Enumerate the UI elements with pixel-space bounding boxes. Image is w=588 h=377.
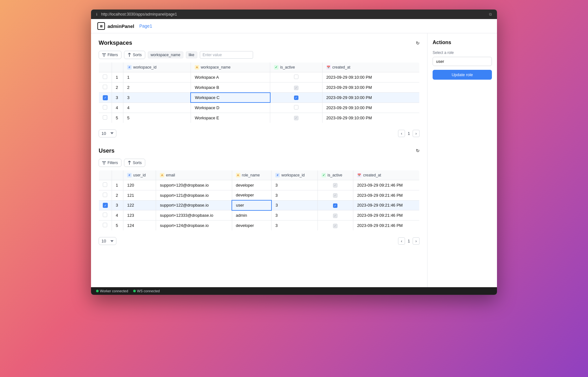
checkbox-gray[interactable]: ✓ bbox=[294, 116, 298, 120]
user-is-active-cell[interactable]: ✓ bbox=[317, 221, 353, 231]
users-prev-page[interactable]: ‹ bbox=[398, 237, 405, 245]
email-cell[interactable]: support+122@dropbase.io bbox=[156, 200, 232, 210]
row-checkbox[interactable] bbox=[103, 85, 107, 89]
is-active-cell[interactable]: ✓ bbox=[270, 113, 322, 123]
workspaces-next-page[interactable]: › bbox=[413, 130, 420, 137]
col-workspace-name-header[interactable]: A workspace_name bbox=[191, 63, 270, 72]
col-user-id-header[interactable]: # user_id bbox=[123, 170, 156, 180]
row-checkbox[interactable] bbox=[103, 115, 107, 120]
user-workspace-id-cell[interactable]: 3 bbox=[271, 210, 317, 221]
checkbox-gray[interactable]: ✓ bbox=[294, 86, 298, 90]
users-sorts-button[interactable]: Sorts bbox=[124, 159, 145, 167]
user-id-cell[interactable]: 124 bbox=[123, 221, 156, 231]
is-active-cell[interactable]: ✓ bbox=[270, 93, 322, 103]
email-cell[interactable]: support+124@dropbase.io bbox=[156, 221, 232, 231]
role-input[interactable]: user bbox=[433, 57, 492, 66]
checkbox-unchecked[interactable] bbox=[294, 75, 298, 79]
user-is-active-cell[interactable]: ✓ bbox=[317, 210, 353, 221]
email-cell[interactable]: support+12333@dropbase.io bbox=[156, 210, 232, 221]
row-checkbox[interactable] bbox=[103, 223, 107, 227]
row-checkbox-cell[interactable] bbox=[99, 83, 112, 93]
is-active-cell[interactable]: ✓ bbox=[270, 83, 322, 93]
workspaces-prev-page[interactable]: ‹ bbox=[398, 130, 405, 137]
table-row[interactable]: 22Workspace B✓2023-09-29 09:10:00 PM bbox=[99, 83, 420, 93]
workspace-name-cell[interactable]: Workspace C bbox=[191, 93, 270, 103]
col-workspace-id-header[interactable]: # workspace_id bbox=[123, 63, 191, 72]
table-row[interactable]: ✓3122support+122@dropbase.iouser3✓2023-0… bbox=[99, 200, 420, 210]
user-workspace-id-cell[interactable]: 3 bbox=[271, 190, 317, 200]
user-is-active-cell[interactable]: ✓ bbox=[317, 190, 353, 200]
workspace-name-cell[interactable]: Workspace A bbox=[191, 72, 270, 83]
col-created-at-header[interactable]: 📅 created_at bbox=[322, 63, 419, 72]
role-name-cell[interactable]: developer bbox=[232, 221, 271, 231]
checkbox-gray[interactable]: ✓ bbox=[333, 193, 337, 198]
col-user-workspace-id-header[interactable]: # workspace_id bbox=[271, 170, 317, 180]
checkbox-gray[interactable]: ✓ bbox=[333, 224, 337, 228]
role-name-cell[interactable]: developer bbox=[232, 190, 271, 200]
row-checkbox-cell[interactable]: ✓ bbox=[99, 200, 112, 210]
workspace-name-cell[interactable]: Workspace E bbox=[191, 113, 270, 123]
user-id-cell[interactable]: 121 bbox=[123, 190, 156, 200]
checkbox-checked-blue[interactable]: ✓ bbox=[333, 203, 337, 208]
row-checkbox-cell[interactable] bbox=[99, 103, 112, 113]
workspace-id-cell[interactable]: 2 bbox=[123, 83, 191, 93]
user-id-cell[interactable]: 123 bbox=[123, 210, 156, 221]
table-row[interactable]: ✓33Workspace C✓2023-09-29 09:10:00 PM bbox=[99, 93, 420, 103]
user-id-cell[interactable]: 120 bbox=[123, 180, 156, 190]
row-checkbox[interactable]: ✓ bbox=[103, 95, 108, 100]
role-name-cell[interactable]: user bbox=[232, 200, 271, 210]
table-row[interactable]: 55Workspace E✓2023-09-29 09:10:00 PM bbox=[99, 113, 420, 123]
is-active-cell[interactable] bbox=[270, 103, 322, 113]
checkbox-gray[interactable]: ✓ bbox=[333, 183, 337, 188]
users-refresh-icon[interactable]: ↻ bbox=[416, 148, 420, 153]
table-row[interactable]: 44Workspace D2023-09-29 09:10:00 PM bbox=[99, 103, 420, 113]
user-id-cell[interactable]: 122 bbox=[123, 200, 156, 210]
checkbox-gray[interactable]: ✓ bbox=[333, 214, 337, 218]
row-checkbox-cell[interactable] bbox=[99, 180, 112, 190]
checkbox-checked[interactable]: ✓ bbox=[294, 96, 298, 100]
row-checkbox-cell[interactable] bbox=[99, 72, 112, 83]
is-active-cell[interactable] bbox=[270, 72, 322, 83]
row-checkbox-cell[interactable] bbox=[99, 190, 112, 200]
workspace-id-cell[interactable]: 1 bbox=[123, 72, 191, 83]
user-workspace-id-cell[interactable]: 3 bbox=[271, 180, 317, 190]
role-name-cell[interactable]: admin bbox=[232, 210, 271, 221]
table-row[interactable]: 2121support+121@dropbase.iodeveloper3✓20… bbox=[99, 190, 420, 200]
url-bar[interactable]: http://localhost:3030/apps/adminpanel/pa… bbox=[101, 12, 177, 17]
users-next-page[interactable]: › bbox=[413, 237, 420, 245]
nav-page1[interactable]: Page1 bbox=[139, 23, 152, 29]
table-row[interactable]: 5124support+124@dropbase.iodeveloper3✓20… bbox=[99, 221, 420, 231]
workspace-name-cell[interactable]: Workspace D bbox=[191, 103, 270, 113]
user-workspace-id-cell[interactable]: 3 bbox=[271, 221, 317, 231]
row-checkbox[interactable]: ✓ bbox=[103, 203, 108, 208]
workspace-id-cell[interactable]: 3 bbox=[123, 93, 191, 103]
table-row[interactable]: 4123support+12333@dropbase.ioadmin3✓2023… bbox=[99, 210, 420, 221]
user-is-active-cell[interactable]: ✓ bbox=[317, 200, 353, 210]
workspace-id-cell[interactable]: 4 bbox=[123, 103, 191, 113]
col-role-name-header[interactable]: A role_name bbox=[232, 170, 271, 180]
row-checkbox[interactable] bbox=[103, 75, 107, 79]
row-checkbox[interactable] bbox=[103, 193, 107, 197]
workspace-name-cell[interactable]: Workspace B bbox=[191, 83, 270, 93]
row-checkbox-cell[interactable] bbox=[99, 113, 112, 123]
workspaces-refresh-icon[interactable]: ↻ bbox=[416, 41, 420, 46]
table-row[interactable]: 1120support+120@dropbase.iodeveloper3✓20… bbox=[99, 180, 420, 190]
workspaces-sorts-button[interactable]: Sorts bbox=[124, 51, 145, 59]
row-checkbox-cell[interactable] bbox=[99, 221, 112, 231]
col-is-active-header[interactable]: ✓ is_active bbox=[270, 63, 322, 72]
user-is-active-cell[interactable]: ✓ bbox=[317, 180, 353, 190]
row-checkbox-cell[interactable] bbox=[99, 210, 112, 221]
workspaces-page-size[interactable]: 10 25 50 100 bbox=[99, 129, 116, 137]
table-row[interactable]: 11Workspace A2023-09-29 09:10:00 PM bbox=[99, 72, 420, 83]
workspaces-filter-input[interactable] bbox=[200, 51, 253, 59]
users-page-size[interactable]: 10 25 50 100 bbox=[99, 237, 116, 245]
col-user-is-active-header[interactable]: ✓ is_active bbox=[317, 170, 353, 180]
checkbox-unchecked[interactable] bbox=[294, 105, 298, 109]
col-email-header[interactable]: A email bbox=[156, 170, 232, 180]
role-name-cell[interactable]: developer bbox=[232, 180, 271, 190]
workspace-id-cell[interactable]: 5 bbox=[123, 113, 191, 123]
users-filters-button[interactable]: Filters bbox=[99, 159, 121, 167]
row-checkbox[interactable] bbox=[103, 105, 107, 109]
user-workspace-id-cell[interactable]: 3 bbox=[271, 200, 317, 210]
email-cell[interactable]: support+121@dropbase.io bbox=[156, 190, 232, 200]
